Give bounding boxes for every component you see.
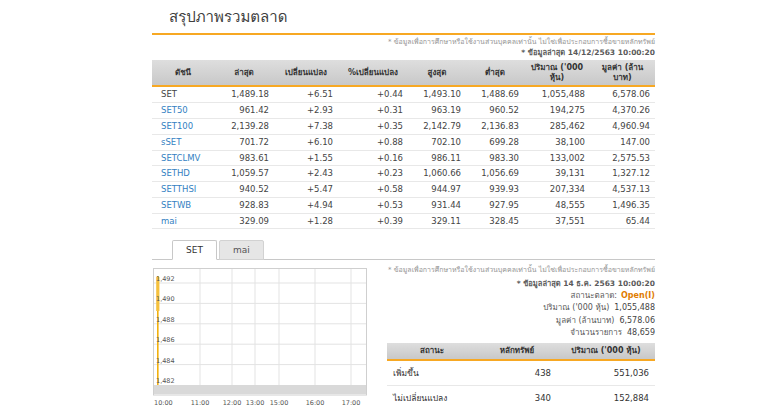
last-value: 701.72 bbox=[214, 134, 274, 150]
y-tick-label: 1,488 bbox=[156, 316, 175, 324]
index-row-set: SET 1,489.18 +6.51 +0.44 1,493.10 1,488.… bbox=[152, 86, 655, 102]
last-value: 2,139.28 bbox=[214, 119, 274, 135]
market-value-value: 6,578.06 bbox=[619, 316, 655, 325]
volume-value: 194,275 bbox=[524, 103, 590, 119]
index-table-header: ดัชนี ล่าสุด เปลี่ยนแปลง %เปลี่ยนแปลง สู… bbox=[152, 60, 655, 86]
high-value: 963.19 bbox=[408, 103, 466, 119]
change-value: +1.28 bbox=[274, 213, 338, 229]
market-status-value: Open(I) bbox=[621, 291, 655, 300]
status-label: ไม่เปลี่ยนแปลง bbox=[387, 385, 477, 405]
market-volume-line: ปริมาณ ('000 หุ้น)1,055,488 bbox=[385, 303, 655, 313]
low-value: 960.52 bbox=[466, 103, 524, 119]
col-status: สถานะ bbox=[387, 343, 477, 360]
value-value: 4,537.13 bbox=[590, 182, 655, 198]
high-value: 329.11 bbox=[408, 213, 466, 229]
securities-count: 340 bbox=[477, 385, 557, 405]
tab-mai[interactable]: mai bbox=[219, 240, 264, 260]
x-tick-label: 17:00 bbox=[342, 399, 361, 405]
index-name: SET bbox=[152, 86, 214, 102]
x-tick-label: 15:00 bbox=[270, 399, 289, 405]
x-tick-label: 13:00 bbox=[246, 399, 265, 405]
col-index: ดัชนี bbox=[152, 60, 214, 86]
change-value: +5.47 bbox=[274, 182, 338, 198]
market-info-panel: * ข้อมูลเพื่อการศึกษาหรือใช้งานส่วนบุคคล… bbox=[385, 266, 655, 405]
high-value: 2,142.79 bbox=[408, 119, 466, 135]
panel-disclaimer: * ข้อมูลเพื่อการศึกษาหรือใช้งานส่วนบุคคล… bbox=[385, 266, 655, 275]
intraday-chart-svg: 1,492 1,490 1,488 1,486 1,484 1,482 10:0… bbox=[152, 266, 370, 405]
chart-bottom-band bbox=[154, 385, 366, 394]
index-link[interactable]: SETTHSI bbox=[161, 184, 196, 194]
index-row-mai: mai 329.09 +1.28 +0.39 329.11 328.45 37,… bbox=[152, 213, 655, 229]
advance-decline-table: สถานะ หลักทรัพย์ ปริมาณ ('000 หุ้น) เพิ่… bbox=[387, 343, 655, 405]
volume-value: 207,334 bbox=[524, 182, 590, 198]
volume-value: 285,462 bbox=[524, 119, 590, 135]
index-link[interactable]: SETWB bbox=[161, 200, 191, 210]
market-tabs: SET mai bbox=[152, 238, 655, 260]
market-volume-label: ปริมาณ ('000 หุ้น) bbox=[543, 303, 609, 312]
volume-value: 38,100 bbox=[524, 134, 590, 150]
high-value: 931.44 bbox=[408, 197, 466, 213]
page-title: สรุปภาพรวมตลาด bbox=[152, 0, 655, 35]
volume-value: 1,055,488 bbox=[524, 86, 590, 102]
y-tick-label: 1,486 bbox=[156, 337, 175, 345]
last-value: 928.83 bbox=[214, 197, 274, 213]
high-value: 702.10 bbox=[408, 134, 466, 150]
change-value: +7.38 bbox=[274, 119, 338, 135]
change-value: +2.43 bbox=[274, 166, 338, 182]
low-value: 699.28 bbox=[466, 134, 524, 150]
index-row-sethd: SETHD 1,059.57 +2.43 +0.23 1,060.66 1,05… bbox=[152, 166, 655, 182]
y-tick-label: 1,490 bbox=[156, 296, 175, 304]
change-value: +4.94 bbox=[274, 197, 338, 213]
high-value: 986.11 bbox=[408, 150, 466, 166]
market-transactions-line: จำนวนรายการ48,659 bbox=[385, 328, 655, 338]
low-value: 2,136.83 bbox=[466, 119, 524, 135]
x-tick-label: 16:00 bbox=[306, 399, 325, 405]
index-link[interactable]: SET100 bbox=[161, 121, 193, 131]
market-status-label: สถานะตลาด: bbox=[571, 291, 617, 300]
index-link[interactable]: sSET bbox=[161, 137, 181, 147]
volume-value: 133,002 bbox=[524, 150, 590, 166]
low-value: 983.30 bbox=[466, 150, 524, 166]
col-volume: ปริมาณ ('000 หุ้น) bbox=[557, 343, 655, 360]
pct-value: +0.58 bbox=[338, 182, 408, 198]
index-link[interactable]: SETCLMV bbox=[161, 153, 200, 163]
col-pct-change: %เปลี่ยนแปลง bbox=[338, 60, 408, 86]
x-tick-label: 10:00 bbox=[154, 399, 173, 405]
last-update-text: * ข้อมูลล่าสุด 14/12/2563 10:00:20 bbox=[152, 48, 655, 59]
col-securities: หลักทรัพย์ bbox=[477, 343, 557, 360]
top-note: * ข้อมูลเพื่อการศึกษาหรือใช้งานส่วนบุคคล… bbox=[152, 38, 655, 58]
securities-volume: 152,884 bbox=[557, 385, 655, 405]
index-link[interactable]: mai bbox=[161, 216, 177, 226]
pct-value: +0.35 bbox=[338, 119, 408, 135]
change-value: +6.10 bbox=[274, 134, 338, 150]
value-value: 4,370.26 bbox=[590, 103, 655, 119]
index-link[interactable]: SETHD bbox=[161, 168, 190, 178]
pct-value: +0.44 bbox=[338, 86, 408, 102]
pct-value: +0.16 bbox=[338, 150, 408, 166]
value-value: 1,327.12 bbox=[590, 166, 655, 182]
value-value: 4,960.94 bbox=[590, 119, 655, 135]
low-value: 328.45 bbox=[466, 213, 524, 229]
col-change: เปลี่ยนแปลง bbox=[274, 60, 338, 86]
col-high: สูงสุด bbox=[408, 60, 466, 86]
pct-value: +0.39 bbox=[338, 213, 408, 229]
col-last: ล่าสุด bbox=[214, 60, 274, 86]
disclaimer-text: * ข้อมูลเพื่อการศึกษาหรือใช้งานส่วนบุคคล… bbox=[152, 38, 655, 48]
tab-set[interactable]: SET bbox=[172, 240, 217, 260]
market-summary-page: สรุปภาพรวมตลาด * ข้อมูลเพื่อการศึกษาหรือ… bbox=[152, 0, 655, 405]
x-tick-label: 12:00 bbox=[223, 399, 242, 405]
low-value: 939.93 bbox=[466, 182, 524, 198]
x-tick-label: 11:00 bbox=[191, 399, 210, 405]
value-value: 147.00 bbox=[590, 134, 655, 150]
volume-value: 39,131 bbox=[524, 166, 590, 182]
index-link[interactable]: SET50 bbox=[161, 105, 188, 115]
last-value: 1,059.57 bbox=[214, 166, 274, 182]
change-value: +1.55 bbox=[274, 150, 338, 166]
value-value: 1,496.35 bbox=[590, 197, 655, 213]
value-value: 65.44 bbox=[590, 213, 655, 229]
y-tick-label: 1,484 bbox=[156, 357, 175, 365]
market-transactions-label: จำนวนรายการ bbox=[570, 328, 622, 337]
low-value: 927.95 bbox=[466, 197, 524, 213]
low-value: 1,056.69 bbox=[466, 166, 524, 182]
value-value: 6,578.06 bbox=[590, 86, 655, 102]
